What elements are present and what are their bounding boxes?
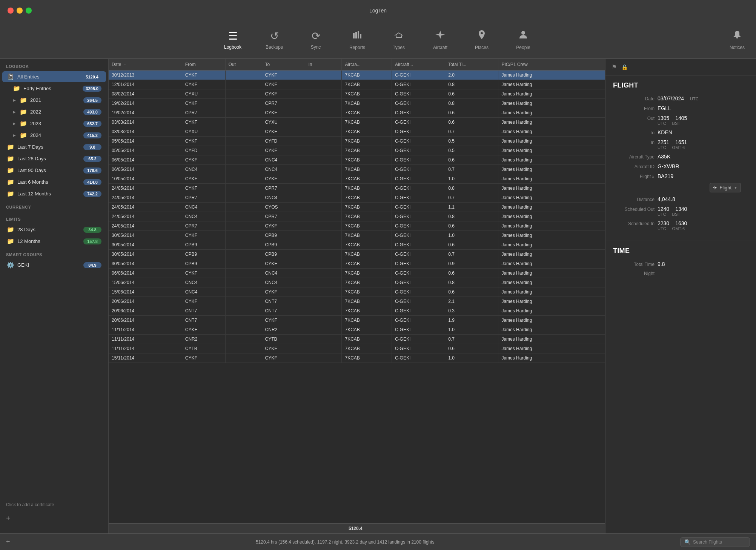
detail-to-value: KDEN [658,129,672,135]
table-row[interactable]: 06/05/2014CNC4CNC47KCABC-GEKI0.7James Ha… [109,165,605,174]
minimize-button[interactable] [17,8,23,14]
table-cell [225,184,262,193]
table-cell [225,353,262,363]
add-button[interactable]: + [0,511,108,526]
maximize-button[interactable] [26,8,32,14]
table-cell [305,278,342,287]
sidebar-year-2023[interactable]: ▶ 📁 2023 652.7 [2,118,106,129]
table-row[interactable]: 30/05/2014CPB9CPB97KCABC-GEKI0.7James Ha… [109,250,605,259]
sidebar-geki[interactable]: ⚙️ GEKI 84.9 [2,260,106,270]
sidebar: LOGBOOK 📓 All Entries 5120.4 📁 Early Ent… [0,59,109,533]
col-header-out[interactable]: Out [225,59,262,71]
table-row[interactable]: 11/11/2014CYTBCYKF7KCABC-GEKI0.6James Ha… [109,344,605,353]
col-header-aircraft1[interactable]: Aircra... [342,59,392,71]
toolbar-aircraft[interactable]: Aircraft [427,29,453,50]
search-input[interactable] [693,539,746,545]
toolbar-logbook-label: Logbook [224,45,241,50]
sidebar-last-6-months[interactable]: 📁 Last 6 Months 414.0 [2,177,106,187]
table-row[interactable]: 05/05/2014CYFDCYKF7KCABC-GEKI0.5James Ha… [109,146,605,155]
sidebar-last-7-days[interactable]: 📁 Last 7 Days 9.8 [2,141,106,152]
col-header-total[interactable]: Total Ti... [445,59,498,71]
sidebar-year-2021[interactable]: ▶ 📁 2021 264.5 [2,95,106,106]
toolbar-reports[interactable]: Reports [344,29,370,50]
toolbar-people[interactable]: People [510,29,536,50]
table-row[interactable]: 11/11/2014CYKFCNR27KCABC-GEKI1.0James Ha… [109,325,605,335]
sidebar-last-28-days[interactable]: 📁 Last 28 Days 65.2 [2,153,106,164]
flight-type-dropdown[interactable]: ✈ Flight ▼ [710,183,741,192]
table-row[interactable]: 24/05/2014CNC4CYOS7KCABC-GEKI1.1James Ha… [109,203,605,212]
table-row[interactable]: 19/02/2014CPR7CYKF7KCABC-GEKI0.6James Ha… [109,108,605,118]
table-row[interactable]: 24/05/2014CYKFCPR77KCABC-GEKI0.8James Ha… [109,184,605,193]
detail-distance-value: 4,044.8 [658,196,675,202]
col-header-to[interactable]: To [262,59,305,71]
table-cell: CNT7 [262,306,305,316]
toolbar-places[interactable]: Places [469,29,495,50]
search-box[interactable]: 🔍 [680,537,750,547]
table-cell: James Harding [498,108,605,118]
table-cell [305,127,342,137]
table-row[interactable]: 20/06/2014CNT7CNT77KCABC-GEKI0.3James Ha… [109,306,605,316]
toolbar-types[interactable]: Types [386,29,412,50]
table-row[interactable]: 24/05/2014CPR7CYKF7KCABC-GEKI0.6James Ha… [109,221,605,231]
sidebar-early-entries[interactable]: 📁 Early Entries 3295.0 [2,83,106,94]
bottom-add-button[interactable]: + [6,538,10,546]
table-cell: 7KCAB [342,184,392,193]
table-row[interactable]: 30/05/2014CPB9CYKF7KCABC-GEKI0.9James Ha… [109,259,605,269]
table-row[interactable]: 05/05/2014CYKFCYFD7KCABC-GEKI0.5James Ha… [109,137,605,146]
table-row[interactable]: 20/06/2014CYKFCNT77KCABC-GEKI2.1James Ha… [109,297,605,306]
chevron-right-icon: ▶ [13,98,16,102]
table-cell: 06/06/2014 [109,269,182,278]
table-row[interactable]: 06/06/2014CYKFCNC47KCABC-GEKI0.6James Ha… [109,269,605,278]
sidebar-all-entries[interactable]: 📓 All Entries 5120.4 [2,71,106,82]
table-row[interactable]: 15/06/2014CNC4CNC47KCABC-GEKI0.8James Ha… [109,278,605,287]
col-header-date[interactable]: Date ↑ [109,59,182,71]
sidebar-last-12-months[interactable]: 📁 Last 12 Months 742.2 [2,188,106,199]
table-cell: 05/05/2014 [109,146,182,155]
table-row[interactable]: 12/01/2014CYKFCYKF7KCABC-GEKI0.8James Ha… [109,80,605,89]
places-icon [477,29,486,43]
table-cell: CYKF [262,344,305,353]
table-row[interactable]: 03/03/2014CYXUCYKF7KCABC-GEKI0.7James Ha… [109,127,605,137]
sidebar-28-days[interactable]: 📁 28 Days 34.8 [2,224,106,235]
28days-icon: 📁 [7,226,14,233]
table-row[interactable]: 20/06/2014CNT7CYKF7KCABC-GEKI1.9James Ha… [109,316,605,325]
table-row[interactable]: 30/05/2014CPB9CPB97KCABC-GEKI0.6James Ha… [109,240,605,250]
detail-header-bar: ⚑ 🔒 [605,59,756,75]
table-row[interactable]: 30/05/2014CYKFCPB97KCABC-GEKI1.0James Ha… [109,231,605,240]
table-row[interactable]: 15/11/2014CYKFCYKF7KCABC-GEKI1.0James Ha… [109,353,605,363]
table-row[interactable]: 24/05/2014CNC4CPR77KCABC-GEKI0.8James Ha… [109,212,605,221]
add-certificate[interactable]: Click to add a certificate [0,498,108,511]
table-cell: C-GEKI [392,353,445,363]
detail-out-label: Out [613,116,655,121]
toolbar-logbook[interactable]: ☰ Logbook [220,30,246,50]
sidebar-year-2022[interactable]: ▶ 📁 2022 493.0 [2,106,106,117]
table-row[interactable]: 06/05/2014CYKFCNC47KCABC-GEKI0.6James Ha… [109,155,605,165]
table-cell: C-GEKI [392,203,445,212]
flight-section-title: FLIGHT [613,81,748,89]
table-row[interactable]: 03/03/2014CYKFCYXU7KCABC-GEKI0.6James Ha… [109,118,605,127]
toolbar-sync[interactable]: ⟳ Sync [303,30,329,50]
col-header-in[interactable]: In [305,59,342,71]
table-row[interactable]: 08/02/2014CYXUCYKF7KCABC-GEKI0.6James Ha… [109,89,605,99]
table-cell: CNT7 [182,306,225,316]
table-row[interactable]: 11/11/2014CNR2CYTB7KCABC-GEKI0.7James Ha… [109,335,605,344]
sidebar-last-90-days[interactable]: 📁 Last 90 Days 178.6 [2,165,106,176]
table-cell: 1.1 [445,203,498,212]
col-header-crew[interactable]: PIC/P1 Crew [498,59,605,71]
sidebar-12-months[interactable]: 📁 12 Months 157.8 [2,236,106,247]
col-header-from[interactable]: From [182,59,225,71]
table-row[interactable]: 15/06/2014CNC4CYKF7KCABC-GEKI0.6James Ha… [109,287,605,297]
table-row[interactable]: 24/05/2014CPR7CNC47KCABC-GEKI0.7James Ha… [109,193,605,203]
people-icon [518,29,529,43]
detail-sched-in-sub-group: UTC GMT-6 [658,226,687,231]
table-row[interactable]: 19/02/2014CYKFCPR77KCABC-GEKI0.8James Ha… [109,99,605,108]
toolbar-backups[interactable]: ↺ Backups [261,30,287,50]
table-cell: CYKF [182,71,225,80]
close-button[interactable] [8,8,14,14]
table-row[interactable]: 30/12/2013CYKFCYKF7KCABC-GEKI2.0James Ha… [109,71,605,80]
col-header-aircraft2[interactable]: Aircraft... [392,59,445,71]
toolbar-notices[interactable]: Notices [730,29,745,50]
sidebar-year-2024[interactable]: ▶ 📁 2024 415.2 [2,130,106,141]
table-row[interactable]: 10/05/2014CYKFCYKF7KCABC-GEKI1.0James Ha… [109,174,605,184]
window-controls[interactable] [8,8,32,14]
